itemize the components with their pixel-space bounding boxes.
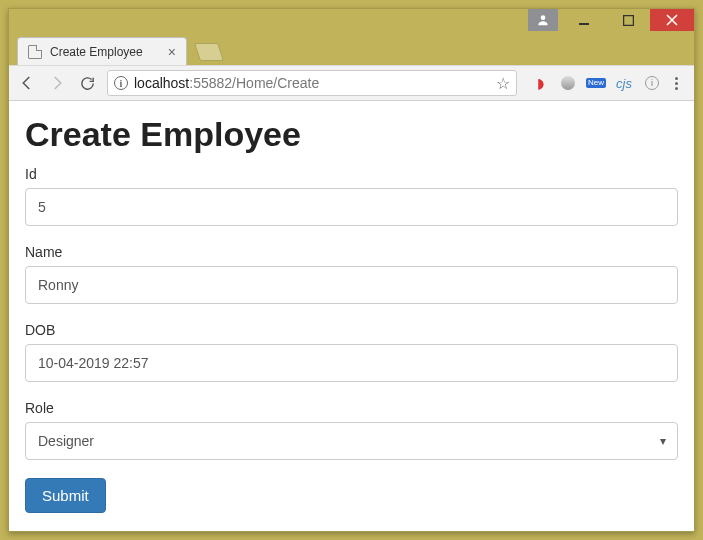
form-group-name: Name bbox=[25, 244, 678, 304]
browser-window: Create Employee × i localhost:55882/Home… bbox=[8, 8, 695, 532]
form-group-dob: DOB bbox=[25, 322, 678, 382]
browser-menu-button[interactable] bbox=[671, 77, 682, 90]
url-text: localhost:55882/Home/Create bbox=[134, 75, 490, 91]
tab-title: Create Employee bbox=[50, 45, 160, 59]
role-select[interactable]: Designer bbox=[25, 422, 678, 460]
maximize-button[interactable] bbox=[606, 9, 650, 31]
url-path: /Home/Create bbox=[232, 75, 319, 91]
bookmark-star-icon[interactable]: ☆ bbox=[496, 74, 510, 93]
dob-field[interactable] bbox=[25, 344, 678, 382]
svg-point-0 bbox=[541, 15, 546, 20]
dob-label: DOB bbox=[25, 322, 678, 338]
form-group-role: Role Designer bbox=[25, 400, 678, 460]
site-info-icon[interactable]: i bbox=[114, 76, 128, 90]
file-icon bbox=[28, 45, 42, 59]
url-port: :55882 bbox=[189, 75, 232, 91]
role-label: Role bbox=[25, 400, 678, 416]
tab-strip: Create Employee × bbox=[9, 33, 694, 65]
id-field[interactable] bbox=[25, 188, 678, 226]
close-button[interactable] bbox=[650, 9, 694, 31]
url-host: localhost bbox=[134, 75, 189, 91]
svg-rect-1 bbox=[579, 23, 589, 25]
form-group-id: Id bbox=[25, 166, 678, 226]
browser-tab[interactable]: Create Employee × bbox=[17, 37, 187, 65]
user-icon[interactable] bbox=[528, 9, 558, 31]
extension-icon-cjs[interactable]: cjs bbox=[615, 74, 633, 92]
submit-button[interactable]: Submit bbox=[25, 478, 106, 513]
minimize-button[interactable] bbox=[562, 9, 606, 31]
id-label: Id bbox=[25, 166, 678, 182]
extension-icon-2[interactable] bbox=[559, 74, 577, 92]
new-tab-button[interactable] bbox=[194, 43, 224, 61]
reload-button[interactable] bbox=[77, 73, 97, 93]
page-title: Create Employee bbox=[25, 115, 678, 154]
forward-button[interactable] bbox=[47, 73, 67, 93]
address-bar[interactable]: i localhost:55882/Home/Create ☆ bbox=[107, 70, 517, 96]
tab-close-icon[interactable]: × bbox=[168, 44, 176, 60]
name-label: Name bbox=[25, 244, 678, 260]
browser-toolbar: i localhost:55882/Home/Create ☆ ◗ New cj… bbox=[9, 65, 694, 101]
back-button[interactable] bbox=[17, 73, 37, 93]
extension-icons: ◗ New cjs i bbox=[527, 74, 686, 92]
extension-icon-info[interactable]: i bbox=[643, 74, 661, 92]
extension-icon-new[interactable]: New bbox=[587, 74, 605, 92]
page-content: Create Employee Id Name DOB Role Designe… bbox=[9, 101, 694, 531]
name-field[interactable] bbox=[25, 266, 678, 304]
titlebar bbox=[9, 9, 694, 33]
extension-icon-1[interactable]: ◗ bbox=[531, 74, 549, 92]
svg-rect-2 bbox=[623, 15, 633, 25]
